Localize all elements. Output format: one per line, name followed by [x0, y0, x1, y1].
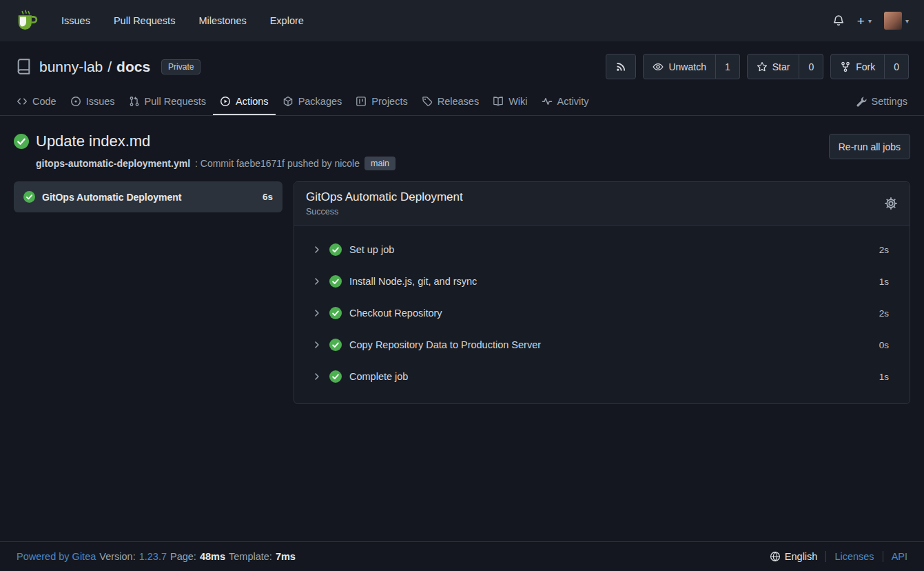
tab-issues[interactable]: Issues: [63, 88, 122, 115]
branch-badge[interactable]: main: [365, 157, 396, 170]
version-link[interactable]: 1.23.7: [139, 551, 167, 562]
footer-divider: [825, 551, 826, 562]
job-detail-header: GitOps Automatic Deployment Success: [294, 182, 910, 226]
success-check-icon: [329, 370, 342, 383]
gitea-logo[interactable]: [14, 8, 39, 33]
actions-run-page: Update index.md gitops-automatic-deploym…: [0, 116, 924, 541]
git-fork-icon: [840, 61, 851, 72]
tab-label: Issues: [86, 96, 115, 107]
forks-count[interactable]: 0: [885, 54, 909, 79]
chevron-right-icon: [312, 245, 322, 254]
success-check-icon: [329, 307, 342, 319]
book-icon: [493, 96, 504, 107]
job-name: GitOps Automatic Deployment: [42, 192, 256, 203]
tab-label: Packages: [298, 96, 342, 107]
unwatch-label: Unwatch: [668, 61, 706, 72]
page-time-label: Page:: [170, 551, 196, 562]
watchers-count[interactable]: 1: [716, 54, 740, 79]
watch-group: Unwatch 1: [643, 54, 739, 79]
user-menu[interactable]: ▾: [883, 9, 910, 32]
success-check-icon: [329, 243, 342, 256]
eye-icon: [653, 61, 664, 72]
page-time-value: 48ms: [200, 551, 225, 562]
step-row[interactable]: Complete job 1s: [294, 361, 910, 392]
licenses-link[interactable]: Licenses: [834, 551, 874, 562]
run-subtitle: gitops-automatic-deployment.yml : Commit…: [36, 157, 396, 170]
package-icon: [283, 96, 294, 107]
tab-label: Releases: [438, 96, 479, 107]
run-header-left: Update index.md gitops-automatic-deploym…: [14, 132, 396, 170]
project-board-icon: [356, 96, 367, 107]
step-name: Copy Repository Data to Production Serve…: [349, 339, 541, 350]
tab-label: Projects: [371, 96, 407, 107]
star-group: Star 0: [747, 54, 823, 79]
footer: Powered by Gitea Version: 1.23.7 Page: 4…: [0, 541, 924, 571]
plus-icon: +: [857, 14, 865, 28]
step-row[interactable]: Checkout Repository 2s: [294, 297, 910, 329]
tab-code[interactable]: Code: [10, 88, 63, 115]
tab-actions[interactable]: Actions: [213, 88, 276, 115]
stars-count[interactable]: 0: [799, 54, 823, 79]
footer-divider: [883, 551, 883, 562]
rss-button[interactable]: [606, 54, 636, 79]
repo-name-link[interactable]: docs: [116, 59, 150, 75]
api-link[interactable]: API: [892, 551, 907, 562]
success-check-icon: [329, 339, 342, 351]
pull-request-icon: [129, 96, 140, 107]
powered-by-gitea-link[interactable]: Powered by Gitea: [17, 551, 96, 562]
top-navbar: Issues Pull Requests Milestones Explore …: [0, 0, 924, 41]
repo-owner-link[interactable]: bunny-lab: [39, 59, 103, 75]
repo-icon: [15, 58, 32, 75]
tab-activity[interactable]: Activity: [535, 88, 596, 115]
code-icon: [17, 96, 28, 107]
nav-item-explore[interactable]: Explore: [258, 10, 316, 32]
footer-meta: Powered by Gitea Version: 1.23.7 Page: 4…: [17, 551, 296, 562]
chevron-right-icon: [312, 340, 322, 350]
rerun-all-jobs-button[interactable]: Re-run all jobs: [829, 134, 910, 159]
step-list: Set up job 2s Install Node.js, git, and …: [294, 226, 910, 403]
star-label: Star: [772, 61, 790, 72]
workflow-file-link[interactable]: gitops-automatic-deployment.yml: [36, 158, 190, 169]
issue-icon: [70, 96, 81, 107]
step-row[interactable]: Set up job 2s: [294, 234, 910, 266]
job-options-button[interactable]: [884, 197, 898, 210]
repo-actions: Unwatch 1 Star 0 Fork 0: [606, 54, 909, 79]
language-selector[interactable]: English: [770, 551, 818, 562]
run-title: Update index.md: [36, 132, 150, 150]
tab-releases[interactable]: Releases: [415, 88, 486, 115]
nav-item-issues[interactable]: Issues: [50, 10, 102, 32]
tag-icon: [422, 96, 433, 107]
step-row[interactable]: Install Node.js, git, and rsync 1s: [294, 266, 910, 297]
bell-icon: [832, 14, 845, 27]
chevron-right-icon: [312, 308, 322, 318]
run-title-row: Update index.md: [14, 132, 396, 150]
repo-title-separator: /: [107, 59, 112, 75]
chevron-right-icon: [312, 372, 322, 381]
fork-button[interactable]: Fork: [830, 54, 885, 79]
step-row[interactable]: Copy Repository Data to Production Serve…: [294, 329, 910, 361]
nav-item-milestones[interactable]: Milestones: [187, 10, 258, 32]
tab-label: Code: [32, 96, 57, 107]
play-circle-icon: [220, 96, 231, 107]
notifications-button[interactable]: [831, 12, 846, 30]
tab-projects[interactable]: Projects: [349, 88, 414, 115]
commit-info: : Commit faebe1671f pushed by nicole: [195, 158, 360, 169]
star-icon: [757, 61, 768, 72]
job-detail-panel: GitOps Automatic Deployment Success: [294, 181, 910, 404]
rss-icon: [615, 61, 626, 72]
nav-item-pull-requests[interactable]: Pull Requests: [102, 10, 187, 32]
fork-group: Fork 0: [830, 54, 909, 79]
tab-label: Actions: [236, 96, 269, 107]
unwatch-button[interactable]: Unwatch: [643, 54, 715, 79]
template-time-label: Template:: [229, 551, 272, 562]
tab-pull-requests[interactable]: Pull Requests: [122, 88, 213, 115]
gear-icon: [884, 197, 898, 210]
step-name: Install Node.js, git, and rsync: [349, 276, 477, 287]
job-list-item[interactable]: GitOps Automatic Deployment 6s: [14, 181, 283, 212]
create-new-button[interactable]: + ▾: [856, 12, 873, 30]
tab-packages[interactable]: Packages: [276, 88, 349, 115]
star-button[interactable]: Star: [747, 54, 800, 79]
tab-settings[interactable]: Settings: [849, 88, 914, 115]
wrench-icon: [856, 96, 867, 107]
tab-wiki[interactable]: Wiki: [486, 88, 534, 115]
